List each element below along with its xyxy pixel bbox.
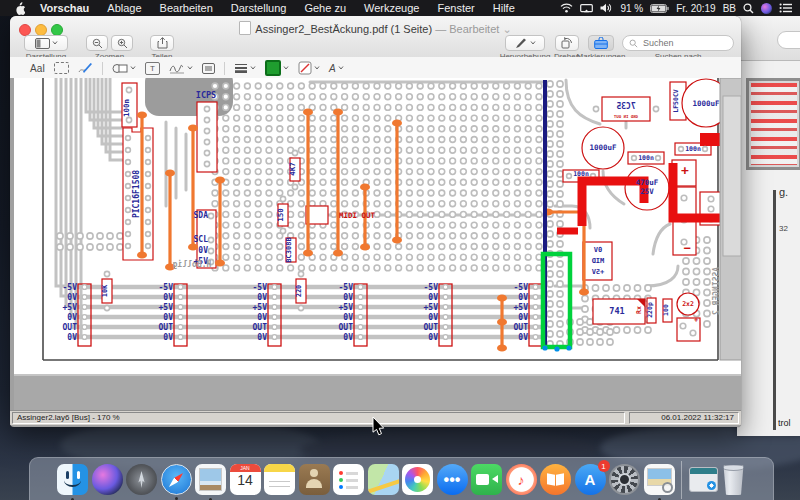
pad [461, 158, 467, 164]
rotate-button[interactable] [555, 35, 579, 51]
dock-safari[interactable] [161, 464, 192, 495]
rect-selection-tool[interactable] [54, 62, 69, 74]
border-color-tool[interactable] [265, 60, 289, 76]
pad [385, 190, 391, 196]
menu-gehe-zu[interactable]: Gehe zu [295, 0, 355, 16]
pad [547, 311, 553, 317]
view-menu-button[interactable] [24, 35, 68, 51]
pcb-label: ICPS [196, 90, 216, 100]
menu-bearbeiten[interactable]: Bearbeiten [151, 0, 222, 16]
desktop: g. 32 trol VorschauAblageBearbeitenDarst… [0, 0, 800, 500]
menu-fenster[interactable]: Fenster [428, 0, 483, 16]
pad [417, 94, 423, 100]
dock-system-preferences[interactable] [609, 464, 640, 495]
dock-contacts[interactable] [299, 464, 330, 495]
share-button[interactable] [150, 35, 174, 51]
apple-menu[interactable] [0, 2, 31, 15]
pad [439, 137, 445, 143]
dock-siri[interactable] [92, 464, 123, 495]
menu-werkzeuge[interactable]: Werkzeuge [355, 0, 428, 16]
dock-trash[interactable] [721, 464, 746, 495]
connector-pad [358, 315, 363, 320]
connector-pad [272, 325, 277, 330]
dock-preview[interactable] [644, 464, 675, 495]
search-input[interactable] [641, 37, 715, 49]
pad [704, 268, 710, 274]
background-search-field[interactable] [777, 31, 800, 49]
pad [450, 233, 456, 239]
pcb-label: MIDI OUT [339, 211, 376, 220]
text-style-tool[interactable]: A [329, 63, 344, 74]
dock-maps[interactable] [368, 464, 399, 495]
pad [439, 94, 445, 100]
dock-app-store[interactable]: A1 [575, 464, 606, 495]
pad [255, 233, 261, 239]
display-icon[interactable] [580, 4, 593, 13]
line-style-tool[interactable] [234, 63, 256, 73]
pad [342, 94, 348, 100]
menu-vorschau[interactable]: Vorschau [31, 0, 98, 16]
dock-launchpad[interactable] [126, 464, 157, 495]
pdf-content-area[interactable]: -5V0V+5V0VOUT0V-5V0V+5V0VOUT0V-5V0V+5V0V… [10, 79, 741, 411]
pad [299, 94, 305, 100]
pad [624, 327, 630, 333]
fill-color-tool[interactable] [298, 61, 320, 75]
dock-messages[interactable]: ••• [437, 464, 468, 495]
pad [557, 191, 563, 197]
menu-ablage[interactable]: Ablage [98, 0, 150, 16]
pad [266, 244, 272, 250]
pad [342, 254, 348, 260]
pad [309, 158, 315, 164]
pcb-label: 220p [646, 302, 654, 318]
note-tool[interactable] [202, 63, 215, 74]
highlight-button[interactable] [505, 35, 545, 51]
sketch-tool[interactable] [78, 63, 93, 74]
dock-finder[interactable] [57, 464, 88, 495]
pad [417, 265, 423, 271]
dock-reminders[interactable] [333, 464, 364, 495]
dock-itunes[interactable]: ♪ [506, 464, 537, 495]
text-box-tool[interactable]: T [145, 62, 160, 75]
pad [277, 147, 283, 153]
text-selection-tool[interactable]: AaI [30, 63, 45, 74]
pad [525, 254, 531, 260]
pad [482, 190, 488, 196]
dock-facetime[interactable] [471, 464, 502, 495]
dock-photos[interactable] [402, 464, 433, 495]
signature-tool[interactable] [169, 63, 193, 74]
markup-toolbar-button[interactable] [588, 35, 614, 51]
pad [439, 222, 445, 228]
dock-minimized-window[interactable] [689, 467, 718, 492]
menu-hilfe[interactable]: Hilfe [484, 0, 524, 16]
zoom-out-button[interactable] [86, 35, 108, 51]
control-list-icon[interactable] [779, 3, 792, 13]
dock-mail[interactable] [195, 464, 226, 495]
pad [461, 212, 467, 218]
pad [245, 244, 251, 250]
wifi-icon[interactable] [560, 3, 573, 13]
volume-icon[interactable] [600, 3, 613, 13]
spotlight-icon[interactable] [743, 3, 754, 14]
pad [471, 244, 477, 250]
dock-calendar[interactable]: JAN14 [230, 464, 261, 495]
background-scrollbar[interactable] [773, 190, 776, 430]
shapes-tool[interactable] [112, 63, 136, 74]
siri-icon[interactable] [761, 3, 772, 14]
menu-darstellung[interactable]: Darstellung [222, 0, 296, 16]
pad [299, 233, 305, 239]
clock[interactable]: Fr. 20:19 [676, 3, 715, 14]
pad [407, 147, 413, 153]
dock-notes[interactable] [264, 464, 295, 495]
pad [547, 91, 553, 97]
title-bar[interactable]: Assinger2_BestÄckung.pdf (1 Seite) — Bea… [10, 16, 741, 58]
dock-ibooks[interactable] [540, 464, 571, 495]
pad [439, 212, 445, 218]
connector-pin-label: 0V [257, 293, 267, 302]
pad [439, 201, 445, 207]
search-field[interactable] [622, 35, 734, 51]
pad [547, 321, 553, 327]
fast-user-switch[interactable]: BB [723, 3, 736, 14]
background-window[interactable]: g. 32 trol [737, 16, 800, 436]
zoom-in-button[interactable] [111, 35, 133, 51]
pcb-label: 100n [638, 154, 654, 162]
